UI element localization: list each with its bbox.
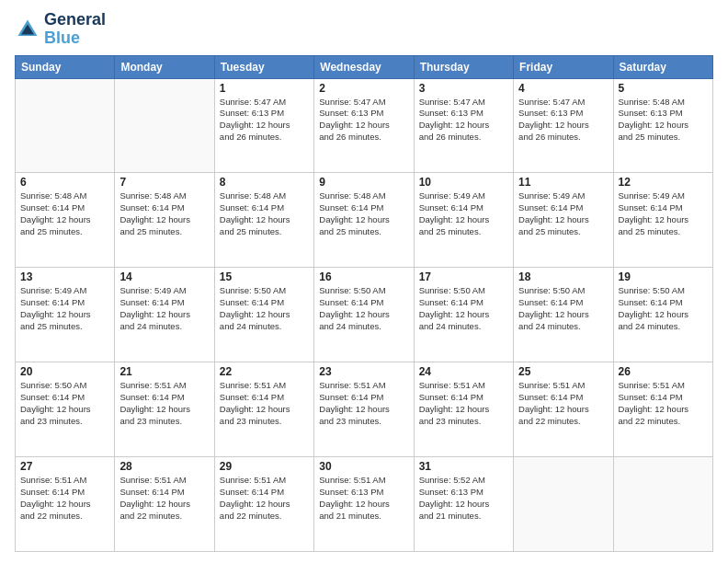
day-number: 14 [119, 270, 209, 283]
day-info: Sunrise: 5:50 AM Sunset: 6:14 PM Dayligh… [619, 285, 708, 332]
day-number: 26 [619, 365, 708, 378]
calendar-cell: 8Sunrise: 5:48 AM Sunset: 6:14 PM Daylig… [214, 173, 313, 268]
calendar-cell: 11Sunrise: 5:49 AM Sunset: 6:14 PM Dayli… [514, 173, 613, 268]
day-number: 16 [319, 270, 408, 283]
calendar-week-2: 6Sunrise: 5:48 AM Sunset: 6:14 PM Daylig… [16, 173, 713, 268]
calendar-cell: 1Sunrise: 5:47 AM Sunset: 6:13 PM Daylig… [214, 78, 313, 173]
weekday-header-wednesday: Wednesday [314, 55, 414, 78]
calendar-cell: 16Sunrise: 5:50 AM Sunset: 6:14 PM Dayli… [314, 268, 414, 362]
day-info: Sunrise: 5:49 AM Sunset: 6:14 PM Dayligh… [619, 190, 708, 237]
day-info: Sunrise: 5:49 AM Sunset: 6:14 PM Dayligh… [518, 190, 608, 237]
day-info: Sunrise: 5:51 AM Sunset: 6:14 PM Dayligh… [220, 475, 309, 522]
day-info: Sunrise: 5:48 AM Sunset: 6:14 PM Dayligh… [220, 190, 309, 237]
day-info: Sunrise: 5:51 AM Sunset: 6:14 PM Dayligh… [119, 380, 209, 427]
calendar-cell: 10Sunrise: 5:49 AM Sunset: 6:14 PM Dayli… [414, 173, 513, 268]
logo-text: General Blue [44, 11, 106, 48]
weekday-header-sunday: Sunday [16, 55, 115, 78]
day-info: Sunrise: 5:48 AM Sunset: 6:14 PM Dayligh… [319, 190, 408, 237]
calendar-cell: 13Sunrise: 5:49 AM Sunset: 6:14 PM Dayli… [16, 268, 115, 362]
day-info: Sunrise: 5:49 AM Sunset: 6:14 PM Dayligh… [119, 285, 209, 332]
calendar-cell: 12Sunrise: 5:49 AM Sunset: 6:14 PM Dayli… [613, 173, 712, 268]
day-info: Sunrise: 5:48 AM Sunset: 6:14 PM Dayligh… [119, 190, 209, 237]
page: General Blue SundayMondayTuesdayWednesda… [0, 0, 728, 563]
calendar-table: SundayMondayTuesdayWednesdayThursdayFrid… [15, 55, 713, 552]
calendar-cell: 18Sunrise: 5:50 AM Sunset: 6:14 PM Dayli… [514, 268, 613, 362]
day-info: Sunrise: 5:51 AM Sunset: 6:14 PM Dayligh… [20, 475, 109, 522]
calendar-cell: 27Sunrise: 5:51 AM Sunset: 6:14 PM Dayli… [16, 457, 115, 552]
day-info: Sunrise: 5:47 AM Sunset: 6:13 PM Dayligh… [319, 97, 408, 144]
day-info: Sunrise: 5:47 AM Sunset: 6:13 PM Dayligh… [518, 97, 608, 144]
day-number: 19 [619, 270, 708, 283]
day-number: 8 [220, 176, 309, 189]
day-info: Sunrise: 5:47 AM Sunset: 6:13 PM Dayligh… [220, 97, 309, 144]
day-number: 22 [220, 365, 309, 378]
calendar-cell: 25Sunrise: 5:51 AM Sunset: 6:14 PM Dayli… [514, 362, 613, 457]
calendar-cell: 23Sunrise: 5:51 AM Sunset: 6:14 PM Dayli… [314, 362, 414, 457]
calendar-cell [16, 78, 115, 173]
day-number: 27 [20, 460, 109, 473]
day-number: 21 [119, 365, 209, 378]
day-info: Sunrise: 5:50 AM Sunset: 6:14 PM Dayligh… [319, 285, 408, 332]
calendar-cell: 29Sunrise: 5:51 AM Sunset: 6:14 PM Dayli… [214, 457, 313, 552]
day-number: 4 [518, 82, 608, 95]
calendar-cell: 3Sunrise: 5:47 AM Sunset: 6:13 PM Daylig… [414, 78, 513, 173]
calendar-cell: 21Sunrise: 5:51 AM Sunset: 6:14 PM Dayli… [115, 362, 214, 457]
calendar-cell: 6Sunrise: 5:48 AM Sunset: 6:14 PM Daylig… [16, 173, 115, 268]
calendar-cell: 24Sunrise: 5:51 AM Sunset: 6:14 PM Dayli… [414, 362, 513, 457]
calendar-cell: 17Sunrise: 5:50 AM Sunset: 6:14 PM Dayli… [414, 268, 513, 362]
day-number: 10 [419, 176, 508, 189]
day-info: Sunrise: 5:51 AM Sunset: 6:14 PM Dayligh… [518, 380, 608, 427]
calendar-cell [514, 457, 613, 552]
day-number: 31 [419, 460, 508, 473]
day-number: 18 [518, 270, 608, 283]
day-number: 30 [319, 460, 408, 473]
calendar-week-5: 27Sunrise: 5:51 AM Sunset: 6:14 PM Dayli… [16, 457, 713, 552]
day-number: 17 [419, 270, 508, 283]
day-info: Sunrise: 5:51 AM Sunset: 6:14 PM Dayligh… [419, 380, 508, 427]
day-number: 23 [319, 365, 408, 378]
calendar-cell: 30Sunrise: 5:51 AM Sunset: 6:13 PM Dayli… [314, 457, 414, 552]
calendar-cell: 19Sunrise: 5:50 AM Sunset: 6:14 PM Dayli… [613, 268, 712, 362]
day-number: 11 [518, 176, 608, 189]
day-number: 6 [20, 176, 109, 189]
day-number: 5 [619, 82, 708, 95]
day-info: Sunrise: 5:50 AM Sunset: 6:14 PM Dayligh… [20, 380, 109, 427]
day-info: Sunrise: 5:50 AM Sunset: 6:14 PM Dayligh… [419, 285, 508, 332]
day-number: 2 [319, 82, 408, 95]
day-number: 9 [319, 176, 408, 189]
day-info: Sunrise: 5:47 AM Sunset: 6:13 PM Dayligh… [419, 97, 508, 144]
day-info: Sunrise: 5:49 AM Sunset: 6:14 PM Dayligh… [20, 285, 109, 332]
calendar-cell: 7Sunrise: 5:48 AM Sunset: 6:14 PM Daylig… [115, 173, 214, 268]
day-info: Sunrise: 5:50 AM Sunset: 6:14 PM Dayligh… [518, 285, 608, 332]
logo: General Blue [15, 11, 106, 48]
day-number: 3 [419, 82, 508, 95]
day-number: 13 [20, 270, 109, 283]
day-info: Sunrise: 5:51 AM Sunset: 6:14 PM Dayligh… [119, 475, 209, 522]
day-number: 12 [619, 176, 708, 189]
day-number: 29 [220, 460, 309, 473]
calendar-cell [613, 457, 712, 552]
calendar-cell: 31Sunrise: 5:52 AM Sunset: 6:13 PM Dayli… [414, 457, 513, 552]
day-info: Sunrise: 5:51 AM Sunset: 6:14 PM Dayligh… [319, 380, 408, 427]
calendar-cell: 15Sunrise: 5:50 AM Sunset: 6:14 PM Dayli… [214, 268, 313, 362]
weekday-header-friday: Friday [514, 55, 613, 78]
calendar-cell: 22Sunrise: 5:51 AM Sunset: 6:14 PM Dayli… [214, 362, 313, 457]
day-number: 28 [119, 460, 209, 473]
day-info: Sunrise: 5:51 AM Sunset: 6:13 PM Dayligh… [319, 475, 408, 522]
day-info: Sunrise: 5:52 AM Sunset: 6:13 PM Dayligh… [419, 475, 508, 522]
day-info: Sunrise: 5:50 AM Sunset: 6:14 PM Dayligh… [220, 285, 309, 332]
calendar-cell: 26Sunrise: 5:51 AM Sunset: 6:14 PM Dayli… [613, 362, 712, 457]
calendar-week-4: 20Sunrise: 5:50 AM Sunset: 6:14 PM Dayli… [16, 362, 713, 457]
day-number: 1 [220, 82, 309, 95]
weekday-header-saturday: Saturday [613, 55, 712, 78]
header: General Blue [15, 11, 713, 48]
calendar-cell: 5Sunrise: 5:48 AM Sunset: 6:13 PM Daylig… [613, 78, 712, 173]
calendar-week-3: 13Sunrise: 5:49 AM Sunset: 6:14 PM Dayli… [16, 268, 713, 362]
day-number: 15 [220, 270, 309, 283]
day-number: 24 [419, 365, 508, 378]
weekday-header-monday: Monday [115, 55, 214, 78]
calendar-cell: 20Sunrise: 5:50 AM Sunset: 6:14 PM Dayli… [16, 362, 115, 457]
calendar-cell [115, 78, 214, 173]
day-number: 25 [518, 365, 608, 378]
day-number: 7 [119, 176, 209, 189]
